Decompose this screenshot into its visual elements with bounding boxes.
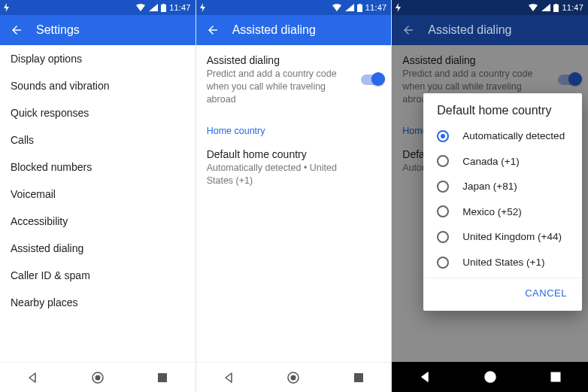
settings-item-assisted-dialing[interactable]: Assisted dialing [0, 235, 195, 262]
navigation-bar [0, 362, 195, 392]
settings-item-voicemail[interactable]: Voicemail [0, 181, 195, 208]
bolt-icon [395, 3, 402, 12]
back-icon[interactable] [204, 21, 222, 39]
settings-item-display-options[interactable]: Display options [0, 45, 195, 72]
wifi-icon [332, 4, 342, 11]
option-japan[interactable]: Japan (+81) [423, 174, 582, 199]
svg-rect-11 [555, 4, 557, 5]
settings-item-nearby-places[interactable]: Nearby places [0, 289, 195, 316]
wifi-icon [528, 4, 538, 11]
back-icon[interactable] [8, 21, 26, 39]
svg-point-13 [487, 375, 493, 380]
screen-settings: 11:47 Settings Display options Sounds an… [0, 0, 196, 392]
option-label: United Kingdom (+44) [462, 230, 562, 244]
bolt-icon [199, 3, 207, 12]
radio-icon [437, 257, 449, 269]
dialog-actions: CANCEL [423, 278, 582, 305]
signal-icon [345, 4, 354, 11]
app-bar: Assisted dialing [196, 15, 392, 45]
section-home-country: Home country [196, 115, 392, 139]
pref-default-home-country[interactable]: Default home country Automatically detec… [196, 139, 392, 196]
option-label: Canada (+1) [462, 155, 519, 169]
svg-rect-14 [551, 372, 560, 381]
dialog-title: Default home country [423, 104, 582, 123]
nav-back-icon[interactable] [414, 366, 435, 387]
navigation-bar [392, 362, 588, 392]
wifi-icon [135, 4, 146, 11]
nav-recents-icon[interactable] [152, 367, 173, 388]
settings-item-accessibility[interactable]: Accessibility [0, 208, 195, 235]
assisted-dialing-toggle [558, 74, 580, 85]
status-time: 11:47 [169, 3, 191, 12]
pref-assisted-dialing[interactable]: Assisted dialing Predict and add a count… [196, 45, 392, 115]
pref-title: Assisted dialing [402, 54, 577, 66]
option-label: Automatically detected [462, 129, 565, 143]
svg-point-3 [95, 375, 100, 380]
nav-back-icon[interactable] [218, 367, 239, 388]
option-auto-detected[interactable]: Automatically detected [423, 123, 582, 149]
settings-item-caller-id-spam[interactable]: Caller ID & spam [0, 262, 195, 289]
option-united-states[interactable]: United States (+1) [423, 250, 582, 275]
status-time: 11:47 [562, 3, 583, 12]
svg-rect-6 [359, 4, 361, 5]
radio-icon [437, 181, 449, 193]
nav-home-icon[interactable] [87, 367, 108, 388]
three-pane-layout: 11:47 Settings Display options Sounds an… [0, 0, 588, 392]
bolt-icon [3, 3, 11, 12]
option-united-kingdom[interactable]: United Kingdom (+44) [423, 224, 582, 250]
settings-item-blocked-numbers[interactable]: Blocked numbers [0, 153, 195, 181]
svg-rect-4 [158, 373, 167, 382]
settings-item-quick-responses[interactable]: Quick responses [0, 99, 195, 126]
nav-home-icon[interactable] [283, 367, 304, 388]
status-bar: 11:47 [392, 0, 588, 15]
screen-assisted-dialing: 11:47 Assisted dialing Assisted dialing … [196, 0, 393, 392]
pref-title: Default home country [207, 148, 381, 160]
svg-rect-0 [161, 5, 166, 12]
back-icon [399, 21, 417, 39]
battery-icon [357, 4, 362, 12]
battery-icon [161, 4, 166, 12]
signal-icon [541, 4, 550, 11]
settings-item-calls[interactable]: Calls [0, 126, 195, 153]
dialog-default-home-country: Default home country Automatically detec… [423, 93, 582, 311]
assisted-dialing-content: Assisted dialing Predict and add a count… [196, 45, 392, 362]
radio-icon [437, 155, 449, 167]
pref-subtitle: Predict and add a country code when you … [207, 68, 381, 106]
navigation-bar [196, 362, 392, 392]
app-bar-title: Settings [36, 23, 80, 37]
pref-subtitle: Automatically detected • United States (… [207, 162, 381, 187]
app-bar-title: Assisted dialing [428, 23, 511, 37]
radio-icon [437, 130, 449, 142]
option-canada[interactable]: Canada (+1) [423, 149, 582, 175]
svg-rect-10 [553, 5, 559, 12]
status-time: 11:47 [365, 3, 387, 12]
radio-icon [437, 231, 449, 243]
app-bar: Assisted dialing [392, 15, 588, 45]
radio-icon [437, 205, 449, 217]
option-label: United States (+1) [462, 256, 544, 269]
pref-title: Assisted dialing [207, 54, 381, 66]
svg-rect-5 [357, 5, 362, 12]
settings-list: Display options Sounds and vibration Qui… [0, 45, 195, 362]
screen-dialog: 11:47 Assisted dialing Assisted dialing … [392, 0, 588, 392]
option-label: Japan (+81) [462, 180, 517, 193]
nav-back-icon[interactable] [22, 367, 43, 388]
nav-home-icon[interactable] [480, 366, 501, 387]
option-mexico[interactable]: Mexico (+52) [423, 199, 582, 225]
app-bar: Settings [0, 15, 195, 45]
nav-recents-icon[interactable] [348, 367, 369, 388]
assisted-dialing-toggle[interactable] [361, 74, 383, 85]
option-label: Mexico (+52) [462, 205, 521, 219]
battery-icon [553, 4, 559, 12]
status-bar: 11:47 [0, 0, 195, 15]
status-bar: 11:47 [196, 0, 392, 15]
svg-point-8 [291, 375, 296, 380]
app-bar-title: Assisted dialing [232, 23, 316, 37]
svg-rect-1 [162, 4, 165, 5]
svg-rect-9 [354, 373, 363, 382]
cancel-button[interactable]: CANCEL [519, 283, 573, 303]
nav-recents-icon[interactable] [545, 366, 566, 387]
signal-icon [149, 4, 158, 11]
settings-item-sounds-vibration[interactable]: Sounds and vibration [0, 72, 195, 99]
